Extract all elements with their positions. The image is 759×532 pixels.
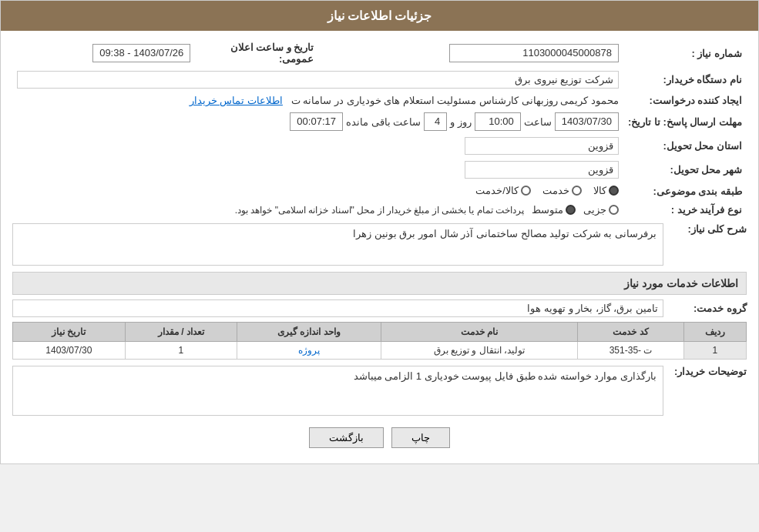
procurement-option-jozi[interactable]: جزیی: [583, 204, 619, 216]
procurement-label: نوع فرآیند خرید :: [623, 201, 747, 219]
deadline-remaining-label: ساعت باقی مانده: [346, 116, 421, 128]
deadline-time-label: ساعت: [524, 116, 552, 128]
procurement-options: جزیی متوسط پرداخت تمام یا بخشی از مبلغ خ…: [12, 201, 623, 219]
table-cell: 1: [683, 342, 746, 360]
table-row: 1ت -35-351تولید، انتقال و توزیع برقپروژه…: [13, 342, 747, 360]
need-number-label: شماره نیاز :: [623, 38, 747, 68]
row-province: استان محل تحویل: قزوین: [12, 134, 747, 158]
services-table-head: ردیف کد خدمت نام خدمت واحد اندازه گیری ت…: [13, 323, 747, 342]
table-cell: ت -35-351: [578, 342, 683, 360]
col-qty: تعداد / مقدار: [125, 323, 237, 342]
creator-value: محمود کریمی روزبهانی کارشناس مسئولیت است…: [12, 92, 623, 109]
col-code: کد خدمت: [578, 323, 683, 342]
creator-link[interactable]: اطلاعات تماس خریدار: [190, 95, 283, 106]
radio-khedmat-icon: [572, 186, 582, 196]
deadline-date-box: 1403/07/30: [555, 112, 619, 131]
procurement-note: پرداخت تمام یا بخشی از مبلغ خریدار از مح…: [235, 205, 524, 216]
announce-label: تاریخ و ساعت اعلان عمومی:: [195, 38, 318, 68]
buyer-org-value: شرکت توزیع نیروی برق: [12, 68, 623, 92]
button-row: چاپ بازگشت: [12, 427, 747, 448]
province-box: قزوین: [465, 137, 619, 155]
table-cell: تولید، انتقال و توزیع برق: [381, 342, 578, 360]
category-option-khedmat[interactable]: خدمت: [542, 185, 582, 196]
service-group-label: گروه خدمت:: [670, 303, 747, 314]
service-group-row: گروه خدمت: تامین برق، گاز، بخار و تهویه …: [12, 299, 747, 317]
category-label: طبقه بندی موضوعی:: [623, 182, 747, 201]
page-header: جزئیات اطلاعات نیاز: [1, 1, 758, 31]
col-name: نام خدمت: [381, 323, 578, 342]
need-desc-value: برفرسانی به شرکت تولید مصالح ساختمانی آذ…: [353, 228, 657, 239]
back-button[interactable]: بازگشت: [309, 427, 384, 448]
col-date: تاریخ نیاز: [13, 323, 126, 342]
col-unit: واحد اندازه گیری: [237, 323, 381, 342]
radio-motevaset-icon: [566, 205, 576, 215]
buyer-notes-row: توضیحات خریدار: بارگذاری موارد خواسته شد…: [12, 366, 747, 416]
service-group-box: تامین برق، گاز، بخار و تهویه هوا: [12, 299, 663, 317]
need-number-box: 1103000045000878: [449, 44, 619, 62]
radio-both-icon: [521, 186, 531, 196]
services-table-header-row: ردیف کد خدمت نام خدمت واحد اندازه گیری ت…: [13, 323, 747, 342]
procurement-motevaset-label: متوسط: [532, 204, 563, 216]
need-desc-row: شرح کلی نیاز: برفرسانی به شرکت تولید مصا…: [12, 223, 747, 266]
procurement-row: جزیی متوسط پرداخت تمام یا بخشی از مبلغ خ…: [17, 204, 619, 216]
col-row: ردیف: [683, 323, 746, 342]
province-value: قزوین: [12, 134, 623, 158]
category-options: کالا خدمت کالا/خدمت: [12, 182, 623, 201]
page-wrapper: جزئیات اطلاعات نیاز شماره نیاز : 1103000…: [0, 0, 759, 464]
category-option-kala[interactable]: کالا: [593, 185, 619, 196]
city-box: قزوین: [465, 161, 619, 179]
buyer-org-label: نام دستگاه خریدار:: [623, 68, 747, 92]
deadline-label: مهلت ارسال پاسخ: تا تاریخ:: [623, 109, 747, 134]
buyer-notes-box: بارگذاری موارد خواسته شده طبق فایل پیوست…: [12, 366, 663, 416]
need-desc-box: برفرسانی به شرکت تولید مصالح ساختمانی آذ…: [12, 223, 663, 266]
deadline-time-box: 10:00: [475, 112, 521, 131]
announce-value: 1403/07/26 - 09:38: [12, 38, 195, 68]
category-option-both[interactable]: کالا/خدمت: [475, 185, 531, 196]
deadline-day-label: روز و: [450, 116, 472, 128]
table-cell: 1: [125, 342, 237, 360]
deadline-row: 1403/07/30 ساعت 10:00 روز و 4 ساعت باقی …: [17, 112, 619, 131]
radio-jozi-icon: [609, 205, 619, 215]
announce-box: 1403/07/26 - 09:38: [92, 44, 190, 62]
content-area: شماره نیاز : 1103000045000878 تاریخ و سا…: [1, 31, 758, 463]
radio-kala-icon: [609, 186, 619, 196]
deadline-value: 1403/07/30 ساعت 10:00 روز و 4 ساعت باقی …: [12, 109, 623, 134]
deadline-remaining-box: 00:07:17: [290, 112, 343, 131]
need-number-value: 1103000045000878: [318, 38, 623, 68]
deadline-days-box: 4: [424, 112, 447, 131]
services-table-body: 1ت -35-351تولید، انتقال و توزیع برقپروژه…: [13, 342, 747, 360]
row-city: شهر محل تحویل: قزوین: [12, 158, 747, 182]
need-desc-label: شرح کلی نیاز:: [670, 223, 747, 235]
procurement-option-motevaset[interactable]: متوسط: [532, 204, 576, 216]
table-cell: پروژه: [237, 342, 381, 360]
buyer-org-box: شرکت توزیع نیروی برق: [17, 71, 619, 89]
row-category: طبقه بندی موضوعی: کالا خدمت: [12, 182, 747, 201]
service-group-value: تامین برق، گاز، بخار و تهویه هوا: [527, 303, 658, 314]
category-kala-label: کالا: [593, 185, 606, 196]
creator-label: ایجاد کننده درخواست:: [623, 92, 747, 109]
procurement-jozi-label: جزیی: [583, 204, 606, 216]
table-cell: 1403/07/30: [13, 342, 126, 360]
city-value: قزوین: [12, 158, 623, 182]
row-procurement: نوع فرآیند خرید : جزیی متوسط پرداخت تمام…: [12, 201, 747, 219]
services-section-title: اطلاعات خدمات مورد نیاز: [12, 272, 747, 295]
row-creator: ایجاد کننده درخواست: محمود کریمی روزبهان…: [12, 92, 747, 109]
row-deadline: مهلت ارسال پاسخ: تا تاریخ: 1403/07/30 سا…: [12, 109, 747, 134]
row-need-number: شماره نیاز : 1103000045000878 تاریخ و سا…: [12, 38, 747, 68]
buyer-notes-value: بارگذاری موارد خواسته شده طبق فایل پیوست…: [354, 370, 657, 382]
category-radio-group: کالا خدمت کالا/خدمت: [475, 185, 619, 196]
category-khedmat-label: خدمت: [542, 185, 569, 196]
main-info-table: شماره نیاز : 1103000045000878 تاریخ و سا…: [12, 38, 747, 219]
buyer-notes-label: توضیحات خریدار:: [670, 366, 747, 377]
row-buyer-org: نام دستگاه خریدار: شرکت توزیع نیروی برق: [12, 68, 747, 92]
print-button[interactable]: چاپ: [391, 427, 450, 448]
services-table: ردیف کد خدمت نام خدمت واحد اندازه گیری ت…: [12, 322, 747, 360]
category-both-label: کالا/خدمت: [475, 185, 519, 196]
page-title: جزئیات اطلاعات نیاز: [327, 9, 432, 22]
province-label: استان محل تحویل:: [623, 134, 747, 158]
city-label: شهر محل تحویل:: [623, 158, 747, 182]
